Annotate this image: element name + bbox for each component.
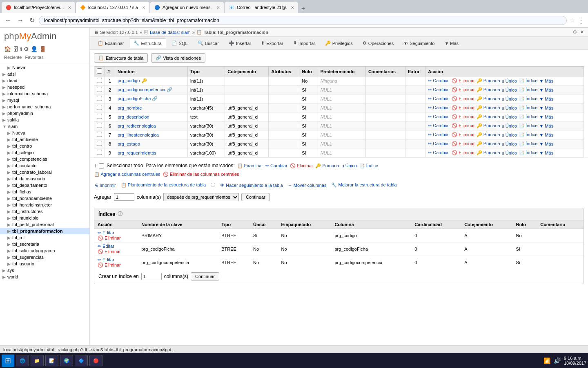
row-cambiar-2[interactable]: ✏ Cambiar	[428, 87, 450, 92]
print-link[interactable]: 🖨 Imprimir	[94, 183, 116, 188]
row-eliminar-7[interactable]: 🚫 Eliminar	[452, 132, 475, 137]
breadcrumb-database[interactable]: Base de datos: siam	[150, 30, 191, 35]
sidebar-item-tbl-departamento[interactable]: ▶tbl_departamento	[0, 182, 89, 188]
row-mas-6[interactable]: ▼ Más	[539, 123, 553, 128]
estructura-tabla-button[interactable]: 📋 Estructura de tabla	[94, 53, 148, 63]
row-checkbox-9[interactable]	[94, 148, 105, 157]
sidebar-item-tbl-horarioambiente[interactable]: ▶tbl_horarioambiente	[0, 195, 89, 202]
row-unico-5[interactable]: u Único	[502, 114, 517, 119]
taskbar-app-xampp[interactable]: 🔴	[89, 355, 102, 366]
sidebar-item-tbl-solicitudprograma[interactable]: ▶tbl_solicitudprograma	[0, 247, 89, 254]
taskbar-app-ie[interactable]: 🌐	[16, 355, 29, 366]
row-cambiar-6[interactable]: ✏ Cambiar	[428, 123, 450, 128]
add-column-position-select[interactable]: después de prg_requerimientos al princip…	[163, 193, 239, 201]
tab-examinar[interactable]: 📋 Examinar	[93, 38, 128, 48]
new-tab-button[interactable]: +	[299, 5, 307, 12]
db-icon[interactable]: 🗄	[13, 46, 18, 52]
idx-del-1[interactable]: 🚫 Eliminar	[98, 249, 135, 254]
idx-edit-2[interactable]: ✏ Editar	[98, 257, 135, 263]
taskbar-app-stack[interactable]: 🔷	[75, 355, 88, 366]
sidebar-item-nueva-top[interactable]: ▶Nueva	[0, 64, 89, 71]
tab-4-close[interactable]: ✕	[291, 5, 294, 10]
create-index-count-input[interactable]	[141, 273, 162, 280]
favorites-link[interactable]: Favoritas	[25, 55, 43, 60]
row-unico-4[interactable]: u Único	[502, 105, 517, 110]
idx-del-2[interactable]: 🚫 Eliminar	[98, 263, 135, 268]
tab-3-close[interactable]: ✕	[216, 5, 220, 10]
row-indice-5[interactable]: 📑 Índice	[519, 114, 537, 119]
sidebar-item-sys[interactable]: ▶sys	[0, 267, 89, 274]
row-checkbox-3[interactable]	[94, 94, 105, 103]
row-mas-1[interactable]: ▼ Más	[539, 79, 553, 83]
add-column-continue-button[interactable]: Continuar	[241, 193, 270, 201]
row-indice-3[interactable]: 📑 Índice	[519, 96, 537, 101]
sidebar-item-mysql[interactable]: ▶mysql	[0, 97, 89, 103]
create-index-continue-button[interactable]: Continuar	[191, 272, 219, 280]
select-all-checkbox-header[interactable]	[97, 68, 102, 74]
row-cambiar-9[interactable]: ✏ Cambiar	[428, 150, 450, 155]
row-mas-9[interactable]: ▼ Más	[539, 150, 553, 155]
refresh-button[interactable]: ↻	[28, 16, 36, 25]
sidebar-item-tbl-contacto[interactable]: ▶tbl_contacto	[0, 162, 89, 169]
row-primaria-7[interactable]: 🔑 Primaria	[477, 132, 500, 137]
row-eliminar-2[interactable]: 🚫 Eliminar	[452, 87, 475, 92]
bookmark-icon[interactable]: ☆	[569, 16, 575, 24]
row-primaria-8[interactable]: 🔑 Primaria	[477, 141, 500, 146]
taskbar-app-chrome[interactable]: 🌍	[60, 355, 73, 366]
tab-privilegios[interactable]: 🔑 Privilegios	[321, 38, 357, 48]
taskbar-app-word[interactable]: 📝	[45, 355, 58, 366]
sidebar-item-tbl-programaformacion[interactable]: ▶tbl_programaformacion	[0, 228, 89, 234]
idx-del-0[interactable]: 🚫 Eliminar	[98, 236, 135, 241]
sidebar-item-phpmyadmin[interactable]: ▶phpmyadmin	[0, 110, 89, 117]
row-unico-3[interactable]: u Único	[502, 96, 517, 101]
sidebar-item-sakila[interactable]: ▶sakila	[0, 117, 89, 123]
row-unico-8[interactable]: u Único	[502, 141, 517, 146]
bottom-eliminar-link[interactable]: 🚫 Eliminar	[290, 163, 313, 168]
sidebar-item-dead[interactable]: ▶dead	[0, 77, 89, 84]
row-eliminar-6[interactable]: 🚫 Eliminar	[452, 123, 475, 128]
settings-breadcrumb-icon[interactable]: ⚙	[573, 29, 577, 35]
row-checkbox-6[interactable]	[94, 121, 105, 130]
start-button[interactable]: ⊞	[2, 355, 14, 367]
tab-operaciones[interactable]: ⚙ Operaciones	[358, 38, 398, 48]
vista-relaciones-button[interactable]: 🔗 Vista de relaciones	[151, 53, 205, 63]
row-checkbox-7[interactable]	[94, 130, 105, 139]
tab-buscar[interactable]: 🔍 Buscar	[193, 38, 223, 48]
tab-seguimiento[interactable]: 👁 Seguimiento	[399, 39, 439, 48]
row-indice-7[interactable]: 📑 Índice	[519, 132, 537, 137]
sidebar-item-tbl-competencias[interactable]: ▶tbl_competencias	[0, 156, 89, 162]
back-button[interactable]: ←	[3, 16, 13, 25]
row-eliminar-9[interactable]: 🚫 Eliminar	[452, 150, 475, 155]
tab-1-close[interactable]: ✕	[68, 5, 71, 10]
agregar-columnas-centrales-link[interactable]: 📋 Agregar a columnas centrales	[94, 172, 160, 177]
add-column-count-input[interactable]	[114, 193, 134, 201]
close-breadcrumb-icon[interactable]: ✕	[580, 29, 584, 35]
recent-link[interactable]: Reciente	[4, 55, 22, 60]
user-icon[interactable]: 👤	[31, 46, 38, 52]
tab-insertar[interactable]: ➕ Insertar	[224, 38, 256, 48]
row-cambiar-3[interactable]: ✏ Cambiar	[428, 96, 450, 101]
row-indice-1[interactable]: 📑 Índice	[519, 78, 537, 83]
idx-edit-1[interactable]: ✏ Editar	[98, 244, 135, 249]
tab-mas[interactable]: ▼ Más	[440, 39, 463, 48]
taskbar-app-explorer[interactable]: 📁	[31, 355, 44, 366]
tab-sql[interactable]: 📄 SQL	[167, 38, 192, 48]
row-indice-6[interactable]: 📑 Índice	[519, 123, 537, 128]
row-indice-2[interactable]: 📑 Índice	[519, 87, 537, 92]
row-checkbox-5[interactable]	[94, 112, 105, 121]
row-eliminar-1[interactable]: 🚫 Eliminar	[452, 78, 475, 83]
row-mas-2[interactable]: ▼ Más	[539, 88, 553, 92]
bottom-cambiar-link[interactable]: ✏ Cambiar	[265, 163, 287, 168]
row-checkbox-4[interactable]	[94, 103, 105, 112]
bottom-primaria-link[interactable]: 🔑 Primaria	[315, 163, 339, 168]
sidebar-item-tbl-instructores[interactable]: ▶tbl_instructores	[0, 208, 89, 215]
row-checkbox-2[interactable]	[94, 85, 105, 94]
address-input[interactable]	[39, 16, 567, 25]
row-eliminar-3[interactable]: 🚫 Eliminar	[452, 96, 475, 101]
select-all-checkbox[interactable]	[99, 163, 104, 168]
row-cambiar-7[interactable]: ✏ Cambiar	[428, 132, 450, 137]
row-unico-2[interactable]: u Único	[502, 88, 517, 92]
sidebar-item-tbl-perfil-profesional[interactable]: ▶tbl_perfil_profesional	[0, 221, 89, 228]
bottom-examinar-link[interactable]: 📋 Examinar	[237, 163, 263, 168]
row-checkbox-8[interactable]	[94, 139, 105, 148]
